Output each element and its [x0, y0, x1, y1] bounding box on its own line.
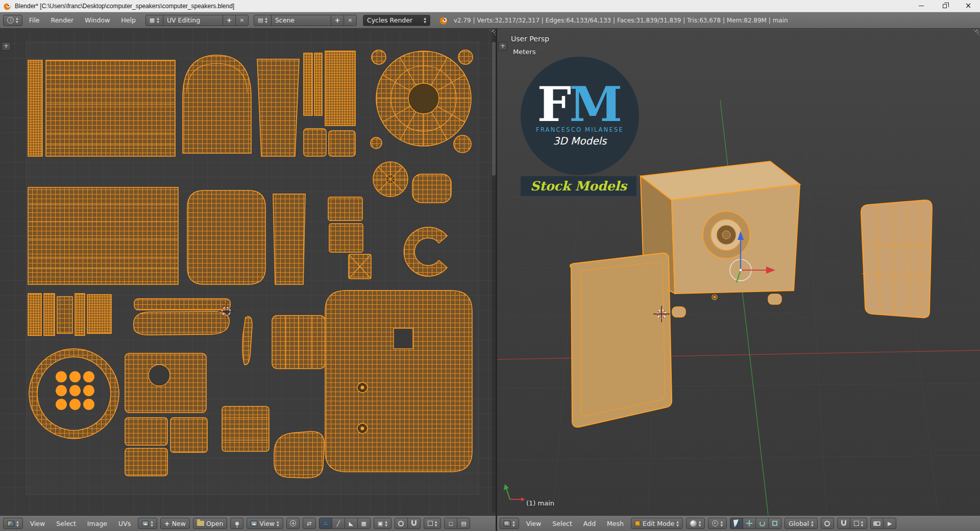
speaker-grille-mesh[interactable] — [570, 253, 672, 427]
image-browse-button[interactable]: ▲▼ — [138, 518, 157, 529]
manipulator-toggle-button[interactable] — [730, 518, 743, 529]
uv-island[interactable] — [412, 174, 451, 203]
uv-island[interactable] — [257, 59, 299, 156]
uv-island[interactable] — [134, 299, 230, 310]
uv-sync-select-toggle[interactable]: ⇄ — [303, 518, 316, 529]
region-expand-tab[interactable]: + — [2, 42, 11, 51]
screen-layout-add-button[interactable]: + — [223, 15, 236, 26]
menu-file[interactable]: File — [24, 16, 44, 24]
render-engine-dropdown[interactable]: Cycles Render ▲▼ — [363, 15, 430, 26]
uv-island[interactable] — [187, 190, 265, 284]
uv-island[interactable] — [454, 135, 471, 153]
image-pin-button[interactable] — [230, 518, 243, 529]
uv-island-front-plate[interactable] — [325, 291, 472, 472]
uv-canvas[interactable]: .isl{fill:url(#wuv);stroke:#ffa028;strok… — [0, 29, 497, 515]
uv-scrollbar-thumb[interactable] — [492, 42, 496, 176]
proportional-edit-button[interactable] — [395, 518, 408, 529]
restore-button[interactable] — [933, 0, 957, 12]
draw-other-objects-button[interactable]: ▤ — [457, 518, 470, 529]
snap-mode-dropdown[interactable]: ▲▼ — [424, 518, 442, 529]
minimize-button[interactable] — [910, 0, 933, 12]
screen-layout-name-field[interactable]: UV Editing — [163, 15, 223, 26]
uv-island[interactable] — [325, 51, 355, 126]
uv-island[interactable] — [349, 254, 371, 279]
menu-uvs[interactable]: UVs — [114, 520, 135, 527]
region-expand-tab[interactable]: + — [498, 42, 507, 51]
menu-view[interactable]: View — [522, 520, 546, 527]
uv-island[interactable] — [28, 294, 41, 335]
pivot-center-button[interactable] — [286, 518, 300, 529]
menu-select[interactable]: Select — [52, 520, 80, 527]
uv-island[interactable] — [125, 448, 167, 476]
pivot-point-dropdown[interactable]: ▲▼ — [708, 518, 727, 529]
uv-island[interactable] — [314, 53, 322, 115]
uv-island[interactable] — [28, 60, 42, 156]
uv-island[interactable] — [274, 431, 324, 478]
transform-orientation-dropdown[interactable]: Global ▲▼ — [785, 518, 818, 529]
uv-island[interactable] — [304, 129, 326, 156]
select-mode-island[interactable]: ▦ — [357, 518, 371, 529]
opengl-render-button[interactable] — [870, 518, 884, 529]
scene-delete-button[interactable]: × — [344, 15, 357, 26]
image-open-button[interactable]: Open — [193, 518, 227, 529]
live-unwrap-button[interactable]: ◻ — [444, 518, 457, 529]
proportional-edit-dropdown[interactable] — [821, 518, 834, 529]
close-button[interactable]: × — [957, 0, 980, 12]
uv-island[interactable] — [125, 418, 167, 445]
uv-island[interactable] — [304, 53, 312, 115]
uv-island[interactable] — [273, 194, 305, 284]
uv-island[interactable] — [183, 55, 251, 153]
uv-island[interactable] — [329, 131, 355, 156]
select-mode-face[interactable]: ◣ — [345, 518, 358, 529]
speaker-right-mesh[interactable] — [861, 200, 932, 318]
uv-island[interactable] — [458, 50, 473, 64]
menu-select[interactable]: Select — [548, 520, 576, 527]
uv-island[interactable] — [125, 353, 206, 413]
snap-element-dropdown[interactable]: ▲▼ — [850, 518, 868, 529]
uv-island[interactable] — [75, 294, 85, 335]
screen-layout-browse-button[interactable]: ▦ ▲▼ — [145, 15, 163, 26]
menu-help[interactable]: Help — [116, 16, 140, 24]
select-mode-vertex[interactable]: ∴ — [319, 518, 332, 529]
image-new-button[interactable]: + New — [160, 518, 190, 529]
select-mode-edge[interactable]: ╱ — [332, 518, 345, 529]
uv-island[interactable] — [272, 316, 325, 369]
mode-dropdown[interactable]: Edit Mode ▲▼ — [631, 518, 683, 529]
manipulator-scale-button[interactable] — [768, 518, 781, 529]
uv-island-small-cone[interactable] — [373, 162, 408, 197]
screen-layout-delete-button[interactable]: × — [235, 15, 249, 26]
editor-type-button-3d[interactable]: ▲▼ — [500, 518, 519, 529]
scene-browse-button[interactable]: ▤ ▲▼ — [254, 15, 272, 26]
uv-island[interactable] — [371, 137, 382, 149]
editor-type-button-uv[interactable]: ▲▼ — [3, 518, 23, 529]
scene-add-button[interactable]: + — [331, 15, 344, 26]
menu-window[interactable]: Window — [80, 16, 114, 24]
menu-view[interactable]: View — [26, 520, 50, 527]
uv-island[interactable] — [372, 50, 386, 64]
editor-type-button-info[interactable]: i ▲▼ — [3, 15, 22, 26]
titlebar[interactable]: Blender* [C:\Users\franc\Desktop\compute… — [0, 0, 980, 12]
uv-island[interactable] — [170, 418, 207, 452]
snap-magnet-toggle[interactable] — [837, 518, 850, 529]
uv-island[interactable] — [28, 187, 178, 284]
uv-island-speaker-cone[interactable] — [376, 51, 471, 146]
opengl-render-anim-button[interactable]: ▶ — [883, 518, 896, 529]
uv-island[interactable] — [57, 297, 72, 333]
uv-island[interactable] — [222, 406, 269, 451]
menu-render[interactable]: Render — [46, 16, 79, 24]
uv-island[interactable] — [87, 295, 111, 333]
menu-image[interactable]: Image — [83, 520, 111, 527]
manipulator-translate-button[interactable] — [743, 518, 756, 529]
manipulator-rotate-button[interactable] — [755, 518, 769, 529]
snap-toggle-button[interactable] — [407, 518, 421, 529]
menu-add[interactable]: Add — [579, 520, 600, 527]
scene-name-field[interactable]: Scene — [271, 15, 331, 26]
uv-island[interactable] — [329, 224, 363, 252]
uv-island[interactable] — [134, 311, 230, 335]
view3d-canvas[interactable]: .edge2{fill:none;stroke:#ffa028;stroke-w… — [497, 29, 980, 515]
menu-mesh[interactable]: Mesh — [603, 520, 628, 527]
uv-island[interactable] — [46, 60, 175, 156]
uv-island[interactable] — [328, 197, 362, 221]
uv-island[interactable] — [44, 294, 55, 335]
sticky-select-dropdown[interactable]: ▣ ▲▼ — [374, 518, 391, 529]
